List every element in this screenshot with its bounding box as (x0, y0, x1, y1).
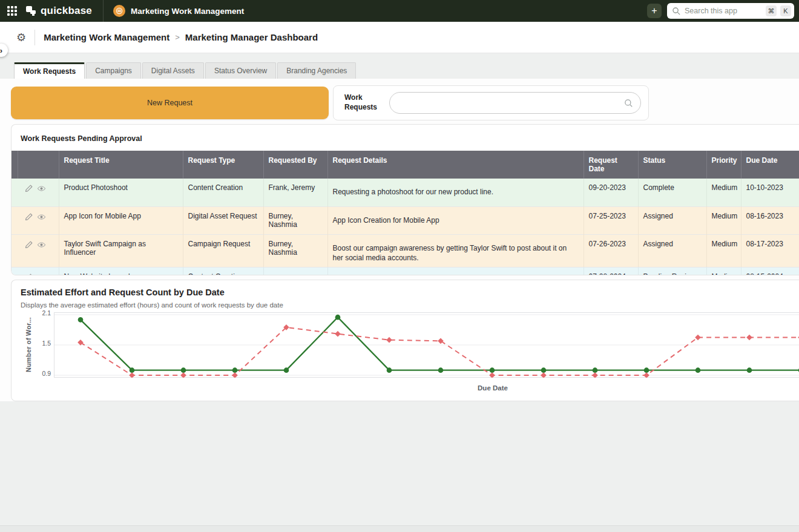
edit-icon[interactable] (24, 184, 33, 193)
cell-due-date: 08-17-2023 (741, 234, 799, 267)
edit-icon[interactable] (24, 273, 33, 275)
row-actions (18, 267, 59, 275)
cell-request-title[interactable]: New Website Launch (59, 267, 183, 275)
col-request-type[interactable]: Request Type (183, 151, 263, 179)
shortcut-cmd-key: ⌘ (766, 5, 777, 16)
cell-status: Complete (638, 179, 706, 206)
chart-x-axis-label: Due Date (54, 384, 799, 392)
data-point (593, 367, 598, 373)
cell-requested-by[interactable]: Burney, Nashmia (263, 206, 327, 234)
col-request-title[interactable]: Request Title (59, 151, 183, 179)
cell-request-details: Requesting a photoshoot for our new prod… (327, 179, 584, 206)
y-tick-2-1: 2.1 (34, 309, 51, 317)
app-icon[interactable] (113, 5, 125, 17)
horizontal-scrollbar[interactable] (0, 525, 799, 532)
tab-digital-assets[interactable]: Digital Assets (142, 62, 204, 79)
cell-status: Pending Review (638, 267, 706, 275)
cell-status: Assigned (638, 206, 706, 234)
edit-icon[interactable] (24, 240, 33, 249)
cell-request-type: Digital Asset Request (183, 206, 263, 234)
cell-request-title[interactable]: App Icon for Mobile App (59, 206, 183, 234)
table-row[interactable]: New Website LaunchContent Creation07-28-… (12, 267, 799, 275)
col-due-date[interactable]: Due Date (741, 151, 799, 179)
quickbase-app-page: quickbase Marketing Work Management + ⌘ … (0, 0, 799, 532)
cell-priority: Medium (706, 234, 741, 267)
topbar-divider (103, 0, 104, 22)
view-icon[interactable] (37, 240, 46, 249)
cell-request-details (327, 267, 584, 275)
global-search[interactable]: ⌘ K (667, 3, 794, 19)
col-request-date[interactable]: Request Date (584, 151, 638, 179)
cell-request-date: 07-28-2024 (584, 267, 638, 275)
cell-requested-by[interactable]: Frank, Jeremy (263, 179, 327, 206)
gear-icon[interactable]: ⚙ (16, 32, 26, 43)
cell-request-date: 07-26-2023 (584, 234, 638, 267)
cell-requested-by[interactable]: Burney, Nashmia (263, 234, 327, 267)
cell-request-date: 09-20-2023 (584, 179, 638, 206)
row-accent-bar (12, 234, 18, 267)
report-search-label: Work Requests (344, 93, 380, 112)
tab-branding-agencies[interactable]: Branding Agencies (277, 62, 356, 79)
view-icon[interactable] (37, 273, 46, 275)
row-actions (18, 234, 59, 267)
table-row[interactable]: Taylor Swift Campaign as InfluencerCampa… (12, 234, 799, 267)
search-icon (672, 7, 681, 16)
quickbase-logo-icon (25, 5, 36, 16)
col-requested-by[interactable]: Requested By (263, 151, 327, 179)
tab-work-requests[interactable]: Work Requests (14, 62, 85, 79)
search-icon (624, 99, 633, 108)
view-icon[interactable] (37, 212, 46, 222)
work-requests-search-input[interactable] (397, 99, 624, 108)
data-point (490, 367, 495, 373)
chart-title: Estimated Effort and Request Count by Du… (12, 280, 799, 297)
y-tick-1-5: 1.5 (34, 340, 51, 347)
row-accent-bar (12, 179, 18, 206)
edit-icon[interactable] (24, 212, 33, 222)
col-request-details[interactable]: Request Details (327, 151, 584, 179)
cell-request-type: Content Creation (183, 179, 263, 206)
app-switcher-icon[interactable] (7, 6, 17, 16)
data-point (335, 315, 341, 320)
shortcut-k-key: K (780, 5, 791, 16)
breadcrumb-separator: > (175, 33, 180, 42)
megaphone-icon (116, 7, 123, 15)
tab-status-overview[interactable]: Status Overview (205, 62, 276, 79)
top-bar: quickbase Marketing Work Management + ⌘ … (0, 0, 799, 22)
new-request-button[interactable]: New Request (11, 87, 329, 119)
row-actions (18, 179, 59, 206)
col-status[interactable]: Status (638, 151, 706, 179)
tab-campaigns[interactable]: Campaigns (86, 62, 141, 79)
cell-priority: Medium (706, 179, 741, 206)
chart-y-axis-label: Number of Wor... (25, 317, 32, 372)
dashboard-tabs: Work Requests Campaigns Digital Assets S… (14, 62, 357, 79)
data-point (747, 367, 752, 373)
table-row[interactable]: App Icon for Mobile AppDigital Asset Req… (12, 206, 799, 234)
chart-card: Estimated Effort and Request Count by Du… (11, 280, 799, 401)
data-point (644, 367, 649, 373)
quickbase-logo[interactable]: quickbase (25, 5, 92, 17)
cell-request-title[interactable]: Product Photoshoot (59, 179, 183, 206)
cell-request-title[interactable]: Taylor Swift Campaign as Influencer (59, 234, 183, 267)
tab-content-surface: New Request Work Requests Work Requests … (0, 79, 799, 401)
row-accent-bar (12, 206, 18, 234)
col-priority[interactable]: Priority (706, 151, 741, 179)
data-point (438, 367, 444, 373)
table-row[interactable]: Product PhotoshootContent CreationFrank,… (12, 179, 799, 206)
data-point (181, 367, 186, 373)
cell-status: Assigned (638, 234, 706, 267)
data-point (232, 367, 238, 373)
cell-request-type: Campaign Request (183, 234, 263, 267)
work-requests-search[interactable] (389, 92, 641, 114)
breadcrumb-app-link[interactable]: Marketing Work Management (44, 32, 169, 42)
data-point (130, 367, 135, 373)
add-new-button[interactable]: + (647, 4, 662, 18)
cell-request-details: App Icon Creation for Mobile App (327, 206, 584, 234)
data-point (695, 367, 701, 373)
cell-requested-by[interactable] (263, 267, 327, 275)
app-title: Marketing Work Management (131, 7, 244, 16)
cell-request-details: Boost our campaign awareness by getting … (327, 234, 584, 267)
view-icon[interactable] (37, 184, 46, 193)
data-point (78, 317, 84, 323)
global-search-input[interactable] (685, 7, 762, 15)
page-title: Marketing Manager Dashboard (185, 32, 318, 42)
